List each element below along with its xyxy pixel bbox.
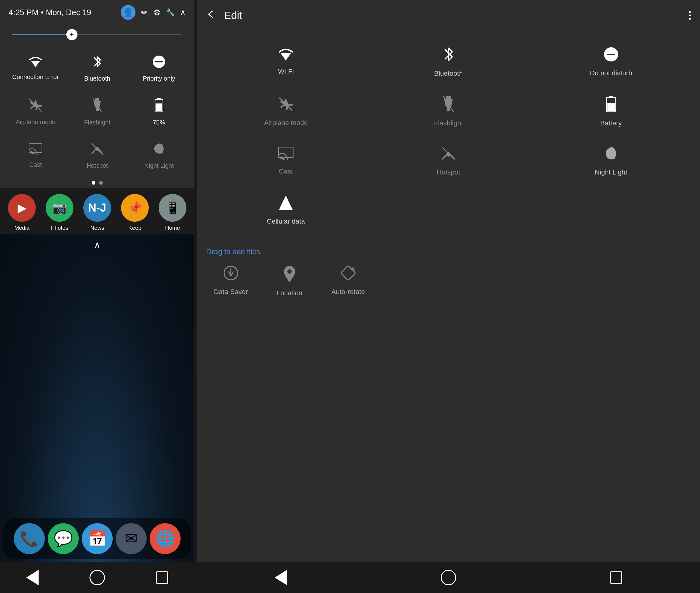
svg-rect-20 [447,107,450,111]
svg-rect-24 [607,103,615,111]
dot-1 [92,181,95,185]
drag-tile-autorotate[interactable]: Auto-rotate [323,265,373,297]
svg-rect-10 [156,104,162,111]
right-nav-bar [197,562,700,593]
edit-tile-dnd[interactable]: Do not disturb [531,37,691,84]
media-icon: ▶ [8,194,36,222]
collapse-icon[interactable]: ∧ [180,8,186,17]
recents-nav-button[interactable] [153,568,171,587]
dock-gmail[interactable]: ✉ [116,523,146,554]
keep-label: Keep [128,225,141,231]
edit-tile-airplane[interactable]: Airplane mode [206,87,366,133]
wallpaper [0,234,194,562]
app-news[interactable]: N-J News [83,194,111,231]
edit-title: Edit [224,9,242,21]
edit-tile-cellular[interactable]: Cellular data [206,186,366,232]
avatar[interactable]: 👤 [121,5,135,20]
drag-tile-location[interactable]: Location [265,265,314,297]
tile-wifi-label: Connection Error [12,73,59,81]
photos-icon: 📷 [46,194,74,222]
edit-back-button[interactable] [206,9,215,21]
home-circle [89,570,105,585]
edit-tile-cellular-label: Cellular data [267,218,305,226]
edit-header: Edit [197,0,700,31]
edit-tile-airplane-label: Airplane mode [264,119,308,127]
edit-flashlight-icon [443,96,454,114]
edit-cellular-icon [279,195,293,212]
edit-hotspot-icon [441,146,456,163]
dock-phone[interactable]: 📞 [14,523,45,554]
tile-priority-label: Priority only [143,75,175,82]
app-media[interactable]: ▶ Media [8,194,36,231]
drag-autorotate-label: Auto-rotate [332,288,365,296]
tile-flashlight-label: Flashlight [84,119,111,126]
battery-icon [155,98,163,114]
app-home[interactable]: 📱 Home [159,194,186,231]
edit-bluetooth-icon [443,46,453,65]
tile-hotspot[interactable]: Hotspot [68,135,127,175]
right-recents-button[interactable] [607,568,625,587]
tile-battery[interactable]: 75% [130,91,188,131]
edit-tile-wifi-label: Wi-Fi [278,68,294,76]
drag-section: Drag to add tiles Data Saver Location [197,238,700,303]
drag-label: Drag to add tiles [206,244,691,262]
edit-tile-hotspot[interactable]: Hotspot [369,136,528,183]
status-bar: 4:25 PM • Mon, Dec 19 👤 ✏ ⚙ 🔧 ∧ [0,0,194,25]
wrench-icon[interactable]: 🔧 [166,8,174,16]
svg-line-13 [92,143,103,154]
edit-dnd-icon [603,47,619,64]
home-nav-button[interactable] [88,568,106,587]
more-options-button[interactable] [689,11,691,20]
status-icons: 👤 ✏ ⚙ 🔧 ∧ [121,5,186,20]
right-home-button[interactable] [439,568,458,587]
panel-divider [194,0,197,593]
edit-tile-wifi[interactable]: Wi-Fi [206,37,366,84]
edit-tile-cast[interactable]: Cast [206,136,366,183]
page-dots [0,178,194,188]
dock-hangouts[interactable]: 💬 [48,523,79,554]
tile-wifi[interactable]: Connection Error [6,47,65,88]
edit-tile-nightlight[interactable]: Night Light [531,136,691,183]
more-dot-3 [689,18,691,20]
brightness-fill [12,34,72,35]
tile-airplane-label: Airplane mode [16,118,55,126]
tile-bluetooth[interactable]: Bluetooth [68,47,127,88]
back-nav-button[interactable] [23,568,42,587]
tile-priority[interactable]: Priority only [130,47,188,88]
drag-tile-datasaver[interactable]: Data Saver [206,265,256,297]
edit-icon[interactable]: ✏ [141,8,148,17]
left-nav-bar [0,562,194,593]
home-background: ∧ 📞 💬 📅 ✉ 🌐 [0,234,194,562]
tile-nightlight[interactable]: Night Light [130,135,188,175]
tile-nightlight-label: Night Light [144,162,174,169]
edit-battery-icon [606,96,616,114]
brightness-thumb[interactable]: ✦ [67,29,78,40]
svg-rect-4 [95,98,99,101]
svg-rect-18 [446,96,451,99]
edit-tile-bluetooth[interactable]: Bluetooth [369,37,528,84]
brightness-track[interactable]: ✦ [12,34,182,35]
svg-rect-6 [96,108,99,111]
drag-tiles: Data Saver Location Auto-rotate [206,262,691,300]
edit-tile-cast-label: Cast [279,167,293,175]
svg-point-31 [287,269,292,274]
edit-tile-battery[interactable]: Battery [531,87,691,133]
edit-tile-flashlight-label: Flashlight [434,119,463,127]
priority-icon [152,55,166,70]
tile-airplane[interactable]: Airplane mode [6,91,65,131]
brightness-row[interactable]: ✦ [0,25,194,44]
app-keep[interactable]: 📌 Keep [121,194,149,231]
tile-cast[interactable]: Cast [6,135,65,175]
dock-calendar[interactable]: 📅 [82,523,113,554]
app-photos[interactable]: 📷 Photos [46,194,74,231]
right-back-button[interactable] [272,568,290,587]
drawer-handle[interactable]: ∧ [0,234,194,255]
tile-flashlight[interactable]: Flashlight [68,91,127,131]
settings-icon[interactable]: ⚙ [154,8,161,17]
news-icon: N-J [83,194,111,222]
right-back-triangle [275,570,287,585]
dock-chrome[interactable]: 🌐 [150,523,181,554]
hotspot-icon [90,142,104,158]
drag-datasaver-label: Data Saver [214,288,248,296]
edit-tile-flashlight[interactable]: Flashlight [369,87,528,133]
